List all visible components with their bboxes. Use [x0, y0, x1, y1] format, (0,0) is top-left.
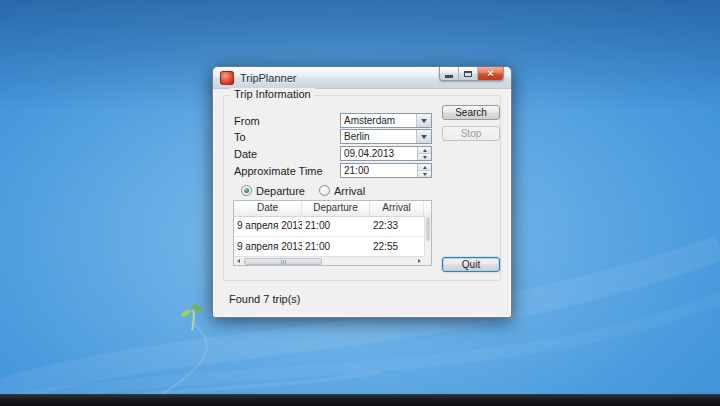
app-icon	[220, 71, 234, 85]
to-label: To	[234, 131, 246, 143]
title-bar[interactable]: TripPlanner ×	[213, 67, 511, 89]
vertical-scrollbar-thumb[interactable]	[426, 217, 430, 241]
column-header-date[interactable]: Date	[234, 201, 302, 216]
up-arrow-icon	[423, 166, 427, 169]
trips-table: Date Departure Arrival 9 апреля 2013 г. …	[233, 200, 432, 266]
screen: TripPlanner × Trip Information From To D…	[0, 0, 720, 406]
quit-button[interactable]: Quit	[442, 257, 500, 272]
cell-arrival: 22:33	[370, 216, 424, 236]
group-title: Trip Information	[230, 88, 315, 100]
tripplanner-window: TripPlanner × Trip Information From To D…	[212, 66, 512, 318]
sprout-decoration	[180, 303, 203, 330]
chevron-down-icon[interactable]	[416, 130, 431, 143]
cell-date: 9 апреля 2013 г.	[234, 237, 302, 257]
horizontal-scrollbar-thumb[interactable]	[244, 258, 322, 265]
stop-button: Stop	[442, 126, 500, 141]
table-row[interactable]: 9 апреля 2013 г. 21:00 22:55	[234, 237, 424, 258]
left-arrow-icon	[237, 259, 240, 263]
grip-icon	[285, 260, 286, 264]
date-value: 09.04.2013	[344, 148, 394, 160]
departure-radio-label: Departure	[256, 185, 305, 197]
from-combobox[interactable]: Amsterdam	[340, 113, 432, 128]
chevron-down-icon[interactable]	[416, 114, 431, 127]
scroll-right-icon[interactable]	[415, 257, 424, 265]
grip-icon	[281, 260, 282, 264]
column-header-arrival[interactable]: Arrival	[370, 201, 424, 216]
departure-radio[interactable]	[241, 185, 252, 196]
arrival-radio-label: Arrival	[334, 185, 365, 197]
minimize-button[interactable]	[440, 67, 458, 80]
minimize-icon	[445, 75, 453, 78]
time-spinner[interactable]: 21:00	[340, 163, 432, 178]
down-arrow-icon	[423, 156, 427, 159]
to-combobox[interactable]: Berlin	[340, 129, 432, 144]
horizontal-scrollbar[interactable]	[234, 256, 424, 265]
column-header-filler	[424, 201, 431, 216]
date-label: Date	[234, 148, 257, 160]
cell-departure: 21:00	[302, 216, 370, 236]
close-icon: ×	[487, 68, 493, 79]
spin-down-icon[interactable]	[418, 154, 431, 160]
to-value: Berlin	[344, 131, 370, 143]
scroll-left-icon[interactable]	[234, 257, 243, 265]
table-row[interactable]: 9 апреля 2013 г. 21:00 22:33	[234, 216, 424, 237]
cell-date: 9 апреля 2013 г.	[234, 216, 302, 236]
dropdown-arrow-icon	[421, 119, 427, 123]
scrollbar-corner	[424, 256, 431, 265]
cell-departure: 21:00	[302, 237, 370, 257]
spin-up-icon[interactable]	[418, 164, 431, 171]
down-arrow-icon	[423, 173, 427, 176]
from-value: Amsterdam	[344, 115, 395, 127]
time-label: Approximate Time	[234, 165, 323, 177]
table-body: 9 апреля 2013 г. 21:00 22:33 9 апреля 20…	[234, 216, 424, 256]
arrival-radio[interactable]	[319, 185, 330, 196]
spinner-buttons	[417, 164, 431, 177]
time-value: 21:00	[344, 165, 369, 177]
vertical-scrollbar[interactable]	[424, 216, 431, 256]
up-arrow-icon	[423, 149, 427, 152]
search-button[interactable]: Search	[442, 105, 500, 120]
dropdown-arrow-icon	[421, 135, 427, 139]
caption-buttons: ×	[439, 67, 504, 81]
spin-up-icon[interactable]	[418, 147, 431, 154]
grip-icon	[283, 260, 284, 264]
column-header-departure[interactable]: Departure	[302, 201, 370, 216]
right-arrow-icon	[418, 259, 421, 263]
maximize-icon	[464, 71, 472, 77]
close-button[interactable]: ×	[477, 67, 503, 80]
cell-arrival: 22:55	[370, 237, 424, 257]
spin-down-icon[interactable]	[418, 171, 431, 177]
maximize-button[interactable]	[458, 67, 477, 80]
table-header: Date Departure Arrival	[234, 201, 431, 217]
from-label: From	[234, 115, 260, 127]
window-title: TripPlanner	[240, 72, 296, 84]
taskbar[interactable]	[0, 394, 720, 406]
status-text: Found 7 trip(s)	[229, 293, 301, 305]
date-spinner[interactable]: 09.04.2013	[340, 146, 432, 161]
spinner-buttons	[417, 147, 431, 160]
